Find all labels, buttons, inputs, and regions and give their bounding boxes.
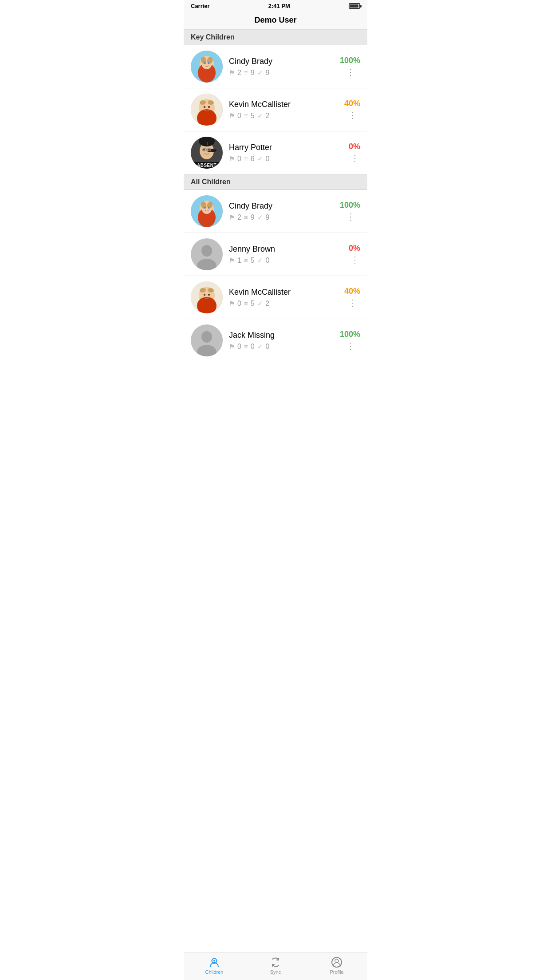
page-title: Demo User — [191, 16, 360, 25]
list-item[interactable]: Jack Missing ⚑ 0 ≡ 0 ✓ 0 100%⋮ — [184, 319, 367, 362]
avatar — [191, 51, 223, 83]
child-info: Cindy Brady ⚑ 2 ≡ 9 ✓ 9 — [229, 202, 336, 221]
child-info: Harry Potter ⚑ 0 ≡ 6 ✓ 0 — [229, 143, 345, 163]
child-name: Jenny Brown — [229, 245, 345, 254]
child-stats: ⚑ 2 ≡ 9 ✓ 9 — [229, 69, 336, 77]
main-content: Key Children Cindy Brady ⚑ 2 ≡ 9 ✓ 9 100… — [184, 30, 367, 393]
flag-count: 1 — [237, 257, 241, 265]
flag-icon: ⚑ — [229, 300, 235, 308]
list-item[interactable]: Cindy Brady ⚑ 2 ≡ 9 ✓ 9 100%⋮ — [184, 190, 367, 233]
avatar: ABSENT — [191, 137, 223, 169]
flag-icon: ⚑ — [229, 343, 235, 351]
check-icon: ✓ — [257, 155, 263, 163]
list-icon: ≡ — [244, 155, 248, 162]
child-right: 0%⋮ — [349, 142, 360, 164]
check-count: 0 — [266, 155, 270, 163]
svg-point-43 — [201, 331, 212, 343]
list-item[interactable]: Jenny Brown ⚑ 1 ≡ 5 ✓ 0 0%⋮ — [184, 233, 367, 276]
completion-percent: 100% — [340, 56, 360, 65]
svg-point-23 — [208, 149, 210, 150]
avatar — [191, 195, 223, 227]
check-icon: ✓ — [257, 300, 263, 308]
flag-icon: ⚑ — [229, 112, 235, 120]
task-count: 5 — [251, 257, 255, 265]
status-time: 2:41 PM — [268, 3, 290, 9]
task-count: 0 — [251, 343, 255, 351]
list-icon: ≡ — [244, 69, 248, 76]
child-right: 100%⋮ — [340, 330, 360, 352]
list-item[interactable]: Cindy Brady ⚑ 2 ≡ 9 ✓ 9 100%⋮ — [184, 45, 367, 88]
flag-icon: ⚑ — [229, 257, 235, 265]
more-options-button[interactable]: ⋮ — [350, 256, 359, 265]
more-options-button[interactable]: ⋮ — [347, 111, 357, 120]
completion-percent: 0% — [349, 244, 360, 253]
flag-icon: ⚑ — [229, 69, 235, 77]
check-icon: ✓ — [257, 343, 263, 351]
child-info: Jenny Brown ⚑ 1 ≡ 5 ✓ 0 — [229, 245, 345, 265]
list-icon: ≡ — [244, 343, 248, 350]
app-header: Demo User — [184, 11, 367, 30]
child-stats: ⚑ 0 ≡ 0 ✓ 0 — [229, 343, 336, 351]
list-item[interactable]: ABSENTHarry Potter ⚑ 0 ≡ 6 ✓ 0 0%⋮ — [184, 131, 367, 174]
task-count: 5 — [251, 112, 255, 120]
child-info: Kevin McCallister ⚑ 0 ≡ 5 ✓ 2 — [229, 288, 341, 308]
check-icon: ✓ — [257, 213, 263, 221]
svg-point-7 — [208, 62, 209, 64]
flag-count: 0 — [237, 300, 241, 308]
child-right: 40%⋮ — [344, 287, 360, 308]
list-icon: ≡ — [244, 213, 248, 221]
task-count: 5 — [251, 300, 255, 308]
more-options-button[interactable]: ⋮ — [345, 342, 355, 351]
list-icon: ≡ — [244, 300, 248, 307]
child-stats: ⚑ 0 ≡ 5 ✓ 2 — [229, 300, 341, 308]
more-options-button[interactable]: ⋮ — [345, 213, 355, 222]
completion-percent: 100% — [340, 330, 360, 339]
svg-point-6 — [204, 62, 206, 64]
more-options-button[interactable]: ⋮ — [350, 154, 359, 163]
child-name: Jack Missing — [229, 331, 336, 340]
svg-point-31 — [208, 207, 209, 209]
flag-count: 2 — [237, 213, 241, 221]
child-right: 100%⋮ — [340, 56, 360, 78]
flag-icon: ⚑ — [229, 155, 235, 163]
check-count: 9 — [266, 213, 270, 221]
check-icon: ✓ — [257, 112, 263, 120]
child-stats: ⚑ 0 ≡ 5 ✓ 2 — [229, 112, 341, 120]
svg-point-40 — [204, 294, 205, 296]
task-count: 9 — [251, 69, 255, 77]
flag-icon: ⚑ — [229, 213, 235, 221]
more-options-button[interactable]: ⋮ — [347, 299, 357, 308]
child-info: Cindy Brady ⚑ 2 ≡ 9 ✓ 9 — [229, 57, 336, 77]
child-right: 100%⋮ — [340, 201, 360, 222]
svg-point-41 — [208, 294, 210, 296]
child-info: Jack Missing ⚑ 0 ≡ 0 ✓ 0 — [229, 331, 336, 351]
absent-badge: ABSENT — [191, 162, 223, 169]
list-icon: ≡ — [244, 257, 248, 264]
list-icon: ≡ — [244, 112, 248, 119]
avatar — [191, 324, 223, 356]
child-name: Kevin McCallister — [229, 100, 341, 109]
completion-percent: 40% — [344, 99, 360, 108]
check-icon: ✓ — [257, 257, 263, 265]
completion-percent: 40% — [344, 287, 360, 296]
list-item[interactable]: Kevin McCallister ⚑ 0 ≡ 5 ✓ 2 40%⋮ — [184, 276, 367, 319]
child-stats: ⚑ 0 ≡ 6 ✓ 0 — [229, 155, 345, 163]
carrier-text: Carrier — [191, 3, 210, 9]
child-right: 40%⋮ — [344, 99, 360, 121]
child-name: Kevin McCallister — [229, 288, 341, 297]
child-info: Kevin McCallister ⚑ 0 ≡ 5 ✓ 2 — [229, 100, 341, 120]
check-count: 2 — [266, 300, 270, 308]
svg-point-14 — [208, 106, 210, 108]
check-icon: ✓ — [257, 69, 263, 77]
list-item[interactable]: Kevin McCallister ⚑ 0 ≡ 5 ✓ 2 40%⋮ — [184, 88, 367, 131]
task-count: 9 — [251, 213, 255, 221]
child-name: Cindy Brady — [229, 57, 336, 66]
flag-count: 0 — [237, 112, 241, 120]
more-options-button[interactable]: ⋮ — [345, 68, 355, 77]
check-count: 2 — [266, 112, 270, 120]
battery-icon — [349, 3, 360, 9]
check-count: 0 — [266, 343, 270, 351]
avatar — [191, 281, 223, 313]
svg-point-33 — [201, 245, 212, 257]
child-name: Cindy Brady — [229, 202, 336, 211]
